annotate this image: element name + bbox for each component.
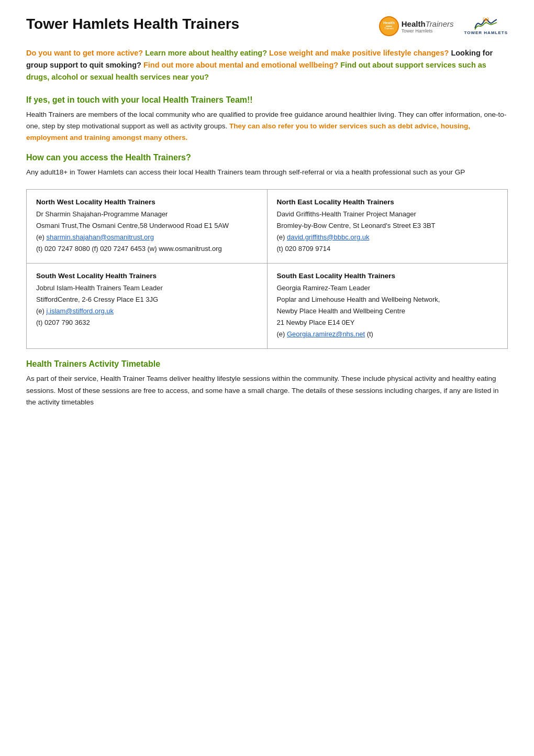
tower-hamlets-logo-icon — [473, 17, 499, 30]
intro-part1: Do you want to get more active? — [26, 49, 143, 57]
locality-cell-line: Jobrul Islam-Health Trainers Team Leader — [36, 282, 258, 294]
health-trainers-logo-text: HealthTrainers Tower Hamlets — [402, 19, 454, 34]
locality-cell-line: (e) david.griffiths@bbbc.org.uk — [277, 232, 498, 243]
locality-cell-title: South East Locality Health Trainers — [277, 272, 498, 280]
locality-email-link[interactable]: david.griffiths@bbbc.org.uk — [287, 233, 370, 241]
tower-hamlets-logo: TOWER HAMLETS — [464, 17, 508, 35]
locality-cell: South East Locality Health TrainersGeorg… — [267, 264, 508, 349]
logos-container: Health Trainers HealthTrainers Tower Ham… — [379, 16, 508, 37]
section-access: How can you access the Health Trainers? … — [26, 153, 508, 178]
locality-cell-title: North East Locality Health Trainers — [277, 198, 498, 206]
locality-cell-line: (t) 020 7247 8080 (f) 020 7247 6453 (w) … — [36, 243, 258, 255]
locality-cell-line: Poplar and Limehouse Health and Wellbein… — [277, 294, 498, 305]
locality-cell: North East Locality Health TrainersDavid… — [267, 189, 508, 263]
contact-section-title: If yes, get in touch with your local Hea… — [26, 95, 508, 105]
locality-email-link[interactable]: Georgia.ramirez@nhs.net — [287, 330, 365, 338]
locality-cell-line: Georgia Ramirez-Team Leader — [277, 282, 498, 294]
locality-cell-title: North West Locality Health Trainers — [36, 198, 258, 206]
health-trainers-logo-icon: Health Trainers — [379, 16, 399, 37]
locality-cell-line: (e) Georgia.ramirez@nhs.net (t) — [277, 328, 498, 340]
locality-email-link[interactable]: sharmin.shajahan@osmanitrust.org — [47, 233, 154, 241]
locality-cell: North West Locality Health TrainersDr Sh… — [27, 189, 268, 263]
svg-text:Trainers: Trainers — [384, 27, 394, 30]
intro-part3: Lose weight and make positive lifestyle … — [267, 49, 449, 57]
locality-table: North West Locality Health TrainersDr Sh… — [26, 189, 508, 349]
locality-cell-line: 21 Newby Place E14 0EY — [277, 317, 498, 328]
locality-cell-line: StiffordCentre, 2-6 Cressy Place E1 3JG — [36, 294, 258, 305]
intro-block: Do you want to get more active? Learn mo… — [26, 47, 508, 84]
locality-cell: South West Locality Health TrainersJobru… — [27, 264, 268, 349]
intro-part2: Learn more about healthy eating? — [143, 49, 267, 57]
locality-cell-line: David Griffiths-Health Trainer Project M… — [277, 209, 498, 220]
locality-cell-title: South West Locality Health Trainers — [36, 272, 258, 280]
section-contact: If yes, get in touch with your local Hea… — [26, 95, 508, 144]
locality-cell-line: Osmani Trust,The Osmani Centre,58 Underw… — [36, 220, 258, 232]
contact-body: Health Trainers are members of the local… — [26, 109, 508, 144]
locality-cell-line: (e) j.islam@stifford.org.uk — [36, 305, 258, 317]
locality-cell-line: (e) sharmin.shajahan@osmanitrust.org — [36, 232, 258, 243]
locality-email-link[interactable]: j.islam@stifford.org.uk — [47, 307, 114, 315]
svg-text:Health: Health — [383, 21, 394, 25]
timetable-body: As part of their service, Health Trainer… — [26, 373, 508, 408]
timetable-title: Health Trainers Activity Timetable — [26, 359, 508, 369]
svg-point-5 — [485, 18, 487, 21]
page-title: Tower Hamlets Health Trainers — [26, 16, 239, 32]
timetable-section: Health Trainers Activity Timetable As pa… — [26, 359, 508, 408]
intro-part5: Find out more about mental and emotional… — [141, 61, 338, 69]
locality-cell-line: Bromley-by-Bow Centre, St Leonard's Stre… — [277, 220, 498, 232]
access-section-title: How can you access the Health Trainers? — [26, 153, 508, 162]
health-trainers-logo: Health Trainers HealthTrainers Tower Ham… — [379, 16, 454, 37]
locality-cell-line: (t) 0207 790 3632 — [36, 317, 258, 328]
locality-cell-line: (t) 020 8709 9714 — [277, 243, 498, 255]
page-header: Tower Hamlets Health Trainers Health Tra… — [26, 16, 508, 37]
access-body: Any adult18+ in Tower Hamlets can access… — [26, 167, 508, 178]
locality-cell-line: Newby Place Health and Wellbeing Centre — [277, 305, 498, 317]
locality-cell-line: Dr Sharmin Shajahan-Programme Manager — [36, 209, 258, 220]
